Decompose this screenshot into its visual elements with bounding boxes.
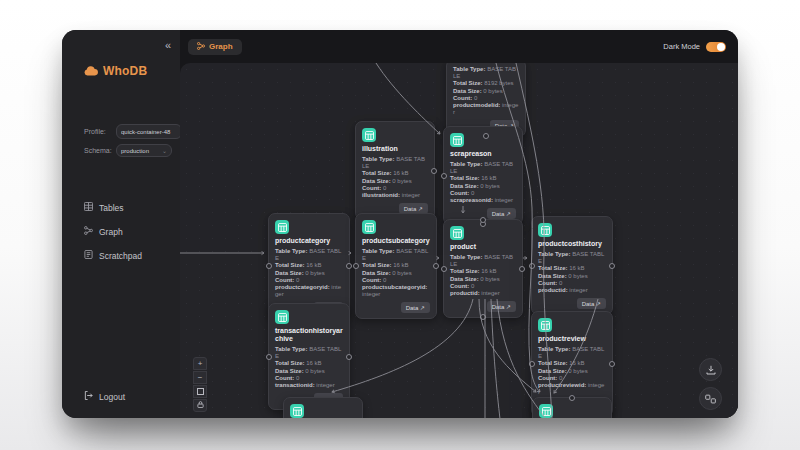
node-title: transactionhistoryarchive [275,327,343,343]
node-handle[interactable] [346,263,352,269]
table-node-transactionhistoryarchive[interactable]: transactionhistoryarchiveTable Type: BAS… [268,303,350,410]
main-area: Graph Dark Mode Table Type: BASE TABLETo… [180,30,738,418]
node-field: Data Size: 0 bytes [362,178,428,185]
zoom-out-button[interactable]: − [193,371,207,384]
node-field: Table Type: BASE TABLE [538,251,606,265]
table-icon [362,128,376,142]
nodes-layer: Table Type: BASE TABLETotal Size: 8192 b… [180,63,738,418]
schema-label: Schema: [84,147,111,154]
app-window: « WhoDB Profile: Schema: production ⌄ [62,30,738,418]
node-field: Table Type: BASE TABLE [538,346,606,360]
table-node-productsubcategory[interactable]: productsubcategoryTable Type: BASE TABLE… [355,213,437,319]
schema-row: Schema: production ⌄ [84,144,172,157]
data-button[interactable]: Data ↗ [487,208,516,219]
logout-button[interactable]: Logout [84,391,125,402]
node-handle[interactable] [569,395,575,401]
node-handle[interactable] [266,354,272,360]
table-icon [275,310,289,324]
table-node-product[interactable]: productTable Type: BASE TABLETotal Size:… [443,219,523,318]
sidebar-menu: Tables Graph Scratchpad [84,202,142,261]
node-handle[interactable] [441,266,447,272]
node-handle[interactable] [431,168,437,174]
node-field: Total Size: 16 kB [538,360,606,367]
lock-button[interactable] [193,399,207,412]
topbar: Graph Dark Mode [180,30,738,63]
schema-select[interactable]: production ⌄ [116,144,172,157]
node-handle[interactable] [609,361,615,367]
page-background: « WhoDB Profile: Schema: production ⌄ [0,0,800,450]
node-field: Table Type: BASE TABLE [450,161,516,175]
download-graph-button[interactable] [699,358,722,381]
graph-canvas[interactable]: Table Type: BASE TABLETotal Size: 8192 b… [180,63,738,418]
profile-input[interactable] [116,124,182,139]
node-handle[interactable] [529,263,535,269]
node-title: productsubcategory [362,237,430,245]
graph-icon [84,226,93,237]
sidebar-item-scratchpad[interactable]: Scratchpad [84,250,142,261]
flow-controls: + − [193,357,207,412]
node-title: scrapreason [450,150,516,158]
node-field: Data Size: 0 bytes [450,183,516,190]
node-field: Total Size: 16 kB [275,360,343,367]
sidebar-item-graph[interactable]: Graph [84,226,142,237]
node-field: Total Size: 16 kB [450,268,516,275]
chevron-down-icon: ⌄ [162,147,167,154]
node-handle[interactable] [353,263,359,269]
node-field: Table Type: BASE TABLE [453,66,519,80]
profile-label: Profile: [84,128,111,135]
node-handle[interactable] [609,263,615,269]
node-handle[interactable] [529,361,535,367]
toggle-knob [717,43,725,51]
node-handle[interactable] [266,263,272,269]
table-node-productcosthistory[interactable]: productcosthistoryTable Type: BASE TABLE… [531,216,613,315]
node-field: productid: integer [450,290,516,297]
dark-mode-toggle[interactable] [706,42,726,52]
app-logo: WhoDB [84,62,147,80]
node-field: Data Size: 0 bytes [275,368,343,375]
data-button[interactable]: Data ↗ [577,298,606,309]
fit-view-button[interactable] [193,385,207,398]
app-title: WhoDB [103,64,147,78]
sidebar-collapse-button[interactable]: « [165,40,171,51]
node-field: productid: integer [538,287,606,294]
node-field: productcategoryid: integer [275,284,343,298]
zoom-in-button[interactable]: + [193,357,207,370]
table-icon [539,404,553,418]
whodb-cloud-icon [84,62,98,80]
node-field: Data Size: 0 bytes [275,270,343,277]
node-field: Total Size: 16 kB [450,175,516,182]
node-handle[interactable] [519,266,525,272]
node-field: Total Size: 8192 bytes [453,80,519,87]
node-field: Total Size: 16 kB [362,262,430,269]
node-handle[interactable] [433,263,439,269]
dark-mode-label: Dark Mode [663,42,700,51]
fit-view-icon [197,388,204,395]
data-button[interactable]: Data ↗ [401,302,430,313]
node-field: Count: 0 [538,280,606,287]
node-handle[interactable] [480,217,486,223]
table-node-table-bottom-left-partial[interactable] [283,397,363,418]
node-handle[interactable] [441,173,447,179]
data-button[interactable]: Data ↗ [487,301,516,312]
lock-icon [197,401,204,410]
node-field: Table Type: BASE TABLE [362,248,430,262]
download-icon [706,361,716,379]
table-icon [450,226,464,240]
node-field: Table Type: BASE TABLE [450,254,516,268]
node-title: productreview [538,335,606,343]
sidebar-item-tables[interactable]: Tables [84,202,142,213]
table-icon [538,318,552,332]
table-icon [275,220,289,234]
node-handle[interactable] [480,314,486,320]
tab-graph[interactable]: Graph [188,39,242,55]
table-node-table-bottom-center-partial[interactable] [532,397,612,418]
node-field: Data Size: 0 bytes [538,273,606,280]
logout-icon [84,391,93,402]
node-field: Data Size: 0 bytes [453,88,519,95]
table-node-illustration[interactable]: illustrationTable Type: BASE TABLETotal … [355,121,435,220]
table-node-scrapreason[interactable]: scrapreasonTable Type: BASE TABLETotal S… [443,126,523,225]
node-handle[interactable] [346,354,352,360]
node-field: Count: 0 [275,375,343,382]
layout-graph-button[interactable] [699,387,722,410]
sidebar: « WhoDB Profile: Schema: production ⌄ [62,30,180,418]
